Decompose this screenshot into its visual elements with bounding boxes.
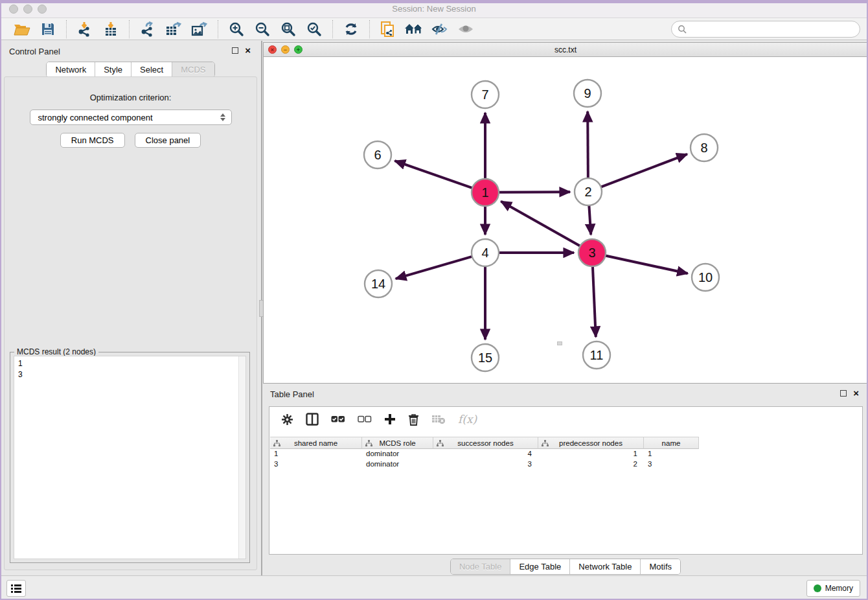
graph-node-10[interactable]: 10 xyxy=(692,264,719,291)
hierarchy-icon xyxy=(437,440,444,448)
network-canvas[interactable]: 7968124314101511 xyxy=(264,57,867,383)
vertical-splitter[interactable] xyxy=(261,41,262,575)
graph-node-7[interactable]: 7 xyxy=(472,81,499,108)
save-session-icon[interactable] xyxy=(35,19,61,39)
graph-edge-2-8[interactable] xyxy=(601,154,687,187)
import-table-icon[interactable] xyxy=(98,19,124,39)
graph-edge-2-9[interactable] xyxy=(588,111,588,178)
graph-node-8[interactable]: 8 xyxy=(691,134,718,161)
tab-edge-table[interactable]: Edge Table xyxy=(510,559,569,574)
node-label: 9 xyxy=(584,86,591,100)
column-icon[interactable] xyxy=(306,413,319,426)
deselect-all-icon[interactable] xyxy=(358,415,372,424)
column-header-successor-nodes[interactable]: successor nodes xyxy=(433,437,538,449)
search-field[interactable] xyxy=(671,21,860,38)
zoom-fit-icon[interactable] xyxy=(275,19,301,39)
add-icon[interactable] xyxy=(384,413,396,425)
network-minimize-icon[interactable]: − xyxy=(281,45,290,54)
gear-icon[interactable] xyxy=(281,413,293,426)
result-item[interactable]: 3 xyxy=(18,369,246,380)
zoom-selected-icon[interactable] xyxy=(301,19,327,39)
graph-edge-1-6[interactable] xyxy=(394,161,472,188)
table-cell[interactable]: 1 xyxy=(270,449,362,459)
table-cell[interactable]: 3 xyxy=(644,459,699,470)
column-header-predecessor-nodes[interactable]: predecessor nodes xyxy=(538,437,644,449)
tab-select[interactable]: Select xyxy=(131,62,172,77)
export-network-icon[interactable] xyxy=(135,19,161,39)
toolbar-separator xyxy=(218,20,218,38)
export-image-icon[interactable] xyxy=(187,19,212,39)
graph-edge-2-3[interactable] xyxy=(589,205,591,235)
select-all-icon[interactable] xyxy=(331,415,345,424)
float-table-panel-icon[interactable] xyxy=(840,390,847,397)
close-panel-icon[interactable]: × xyxy=(245,47,251,54)
zoom-out-icon[interactable] xyxy=(249,19,275,39)
clone-network-icon[interactable] xyxy=(375,19,401,39)
network-window-titlebar[interactable]: × − + scc.txt xyxy=(264,43,867,57)
graph-node-14[interactable]: 14 xyxy=(365,270,392,297)
criterion-select[interactable]: strongly connected component xyxy=(30,110,232,125)
float-panel-icon[interactable] xyxy=(232,47,238,54)
window-title: Session: New Session xyxy=(0,4,868,14)
table-cell[interactable]: dominator xyxy=(362,459,433,470)
first-neighbors-icon[interactable] xyxy=(401,19,427,39)
graph-edge-4-14[interactable] xyxy=(396,257,472,279)
column-header-label: shared name xyxy=(294,439,337,447)
graph-node-1[interactable]: 1 xyxy=(472,179,499,206)
network-close-icon[interactable]: × xyxy=(268,45,277,54)
mcds-result-list[interactable]: 13 xyxy=(14,356,246,559)
table-cell[interactable]: dominator xyxy=(362,449,433,459)
horizontal-splitter-handle[interactable] xyxy=(557,341,562,345)
table-cell[interactable]: 1 xyxy=(538,449,644,459)
tab-motifs[interactable]: Motifs xyxy=(640,559,680,574)
tab-style[interactable]: Style xyxy=(95,62,131,77)
graph-edge-3-11[interactable] xyxy=(593,266,596,337)
close-panel-button[interactable]: Close panel xyxy=(135,133,201,148)
table-cell[interactable]: 1 xyxy=(644,449,699,459)
network-window-title: scc.txt xyxy=(264,43,867,57)
graph-edge-1-2[interactable] xyxy=(499,192,570,192)
graph-node-15[interactable]: 15 xyxy=(472,344,499,371)
network-zoom-icon[interactable]: + xyxy=(294,45,303,54)
network-window: × − + scc.txt 7968124314101511 xyxy=(263,42,868,384)
result-scrollbar[interactable] xyxy=(238,356,246,559)
graph-edge-3-1[interactable] xyxy=(501,202,580,246)
graph-node-9[interactable]: 9 xyxy=(574,80,601,107)
export-table-icon[interactable] xyxy=(161,19,187,39)
tab-network-table[interactable]: Network Table xyxy=(569,559,640,574)
tab-network[interactable]: Network xyxy=(47,62,95,77)
zoom-in-icon[interactable] xyxy=(223,19,249,39)
refresh-icon[interactable] xyxy=(338,19,364,39)
graph-node-4[interactable]: 4 xyxy=(472,239,499,266)
tab-node-table[interactable]: Node Table xyxy=(451,559,510,574)
table-row[interactable]: 1dominator411 xyxy=(270,449,862,459)
run-mcds-button[interactable]: Run MCDS xyxy=(60,133,125,148)
table-cell[interactable]: 2 xyxy=(538,459,644,470)
delete-icon[interactable] xyxy=(408,413,419,426)
close-table-panel-icon[interactable]: × xyxy=(853,390,859,397)
graph-node-3[interactable]: 3 xyxy=(578,239,606,266)
show-all-icon[interactable] xyxy=(453,19,479,39)
memory-label: Memory xyxy=(825,584,853,593)
application-window: Session: New Session xyxy=(0,0,868,600)
graph-node-2[interactable]: 2 xyxy=(575,178,602,205)
table-row[interactable]: 3dominator323 xyxy=(270,459,862,470)
hide-selected-icon[interactable] xyxy=(427,19,453,39)
table-cell[interactable]: 3 xyxy=(270,459,362,470)
graph-node-11[interactable]: 11 xyxy=(583,341,610,369)
result-item[interactable]: 1 xyxy=(18,358,246,369)
column-header-name[interactable]: name xyxy=(644,437,699,449)
graph-node-6[interactable]: 6 xyxy=(364,141,391,168)
column-header-shared-name[interactable]: shared name xyxy=(270,437,362,449)
column-header-MCDS-role[interactable]: MCDS role xyxy=(362,437,433,449)
memory-button[interactable]: Memory xyxy=(806,580,860,597)
import-network-icon[interactable] xyxy=(72,19,98,39)
open-session-icon[interactable] xyxy=(9,19,35,39)
graph-edge-3-10[interactable] xyxy=(606,255,688,273)
table-cell[interactable]: 3 xyxy=(433,459,538,470)
tab-mcds[interactable]: MCDS xyxy=(172,62,214,77)
search-input[interactable] xyxy=(691,25,860,34)
table-cell[interactable]: 4 xyxy=(433,449,538,459)
mcds-pane: Optimization criterion: strongly connect… xyxy=(4,76,257,570)
task-history-button[interactable] xyxy=(6,580,26,597)
